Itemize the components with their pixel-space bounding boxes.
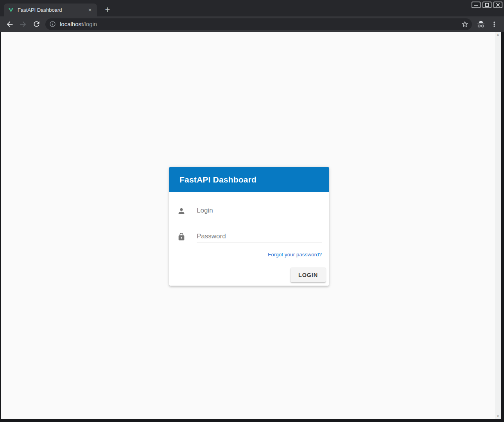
password-input[interactable]: [197, 232, 322, 243]
title-bar: FastAPI Dashboard ✕ +: [0, 0, 504, 16]
vertical-scrollbar[interactable]: ▲ ▼: [495, 32, 501, 419]
login-card-title: FastAPI Dashboard: [179, 175, 256, 184]
login-input[interactable]: [197, 207, 322, 217]
maximize-icon: [484, 2, 490, 7]
login-button[interactable]: LOGIN: [291, 268, 326, 282]
scroll-down-icon[interactable]: ▼: [497, 415, 500, 418]
login-card-body: Forgot your password? LOGIN: [169, 192, 329, 286]
password-field: [197, 230, 322, 243]
login-card: FastAPI Dashboard: [169, 167, 329, 286]
window-controls: [472, 2, 502, 8]
address-bar[interactable]: localhost/login: [45, 18, 472, 30]
tab-close-icon[interactable]: ✕: [86, 7, 94, 14]
browser-toolbar: localhost/login: [0, 16, 504, 32]
url-path: /login: [83, 21, 97, 27]
tab-title: FastAPI Dashboard: [18, 7, 86, 13]
login-field-row: [177, 204, 322, 217]
back-button[interactable]: [3, 18, 16, 31]
page-content: FastAPI Dashboard: [1, 32, 501, 419]
url-text[interactable]: localhost/login: [60, 21, 461, 27]
incognito-icon: [477, 20, 485, 29]
back-arrow-icon: [5, 20, 14, 29]
forward-button[interactable]: [16, 18, 30, 31]
browser-tab[interactable]: FastAPI Dashboard ✕: [4, 4, 97, 16]
browser-window: FastAPI Dashboard ✕ +: [0, 0, 504, 422]
new-tab-button[interactable]: +: [102, 4, 113, 16]
forgot-password-link[interactable]: Forgot your password?: [268, 252, 322, 257]
person-icon: [177, 207, 186, 215]
reload-button[interactable]: [30, 18, 43, 31]
forward-arrow-icon: [19, 20, 27, 29]
bookmark-star-icon[interactable]: [461, 20, 469, 28]
login-field: [197, 204, 322, 217]
kebab-menu-icon: [490, 20, 498, 28]
minimize-button[interactable]: [472, 2, 481, 8]
scroll-up-icon[interactable]: ▲: [497, 33, 500, 36]
url-host: localhost: [60, 21, 83, 27]
minimize-icon: [474, 2, 479, 7]
maximize-button[interactable]: [482, 2, 491, 8]
reload-icon: [32, 20, 41, 28]
close-button[interactable]: [493, 2, 502, 8]
site-info-icon[interactable]: [49, 21, 56, 27]
incognito-indicator: [474, 18, 488, 31]
close-icon: [495, 2, 500, 7]
menu-button[interactable]: [488, 18, 501, 31]
lock-icon: [177, 232, 186, 241]
login-card-header: FastAPI Dashboard: [169, 167, 329, 192]
vue-favicon-icon: [8, 7, 14, 13]
password-field-row: [177, 230, 322, 243]
